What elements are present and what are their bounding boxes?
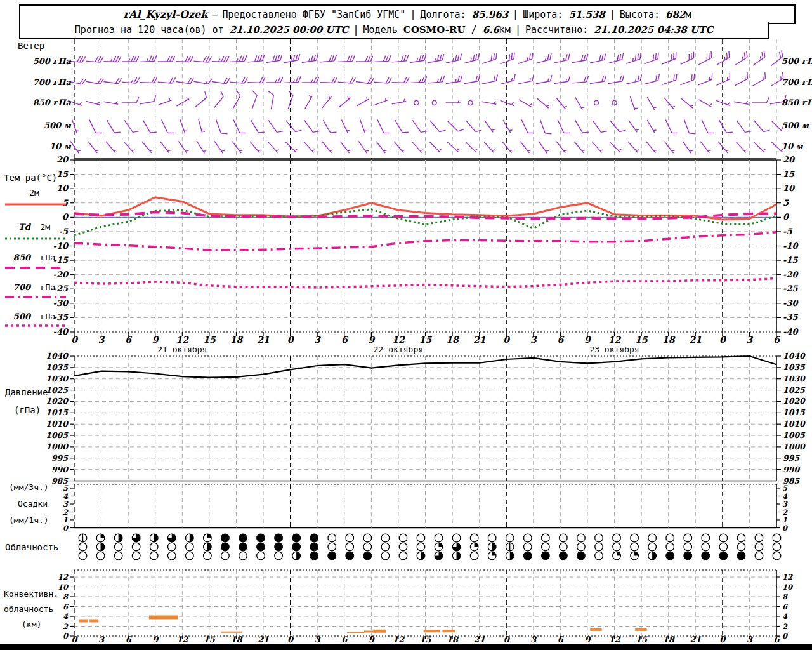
svg-text:0: 0 bbox=[71, 635, 78, 644]
svg-text:3: 3 bbox=[314, 335, 321, 345]
svg-text:18: 18 bbox=[662, 335, 676, 345]
lat-value: 51.538 bbox=[568, 9, 605, 20]
svg-text:0: 0 bbox=[782, 524, 789, 533]
temp-x-axis: 0369121518210369121518210369121518210362… bbox=[71, 332, 780, 354]
precip-unit-1h: (мм/1ч.) bbox=[9, 515, 49, 525]
forecast-hours: 120 bbox=[138, 24, 155, 36]
svg-text:21: 21 bbox=[473, 335, 486, 345]
wind-panel-title: Ветер bbox=[18, 41, 44, 51]
svg-text:6: 6 bbox=[341, 335, 348, 345]
calc-time: 21.10.2025 04:38 UTC bbox=[594, 24, 713, 36]
header-row2: Прогноз на 120 часа(ов) от 21.10.2025 00… bbox=[19, 22, 769, 39]
svg-text:15: 15 bbox=[204, 635, 216, 644]
pressure-panel-title: Давление bbox=[5, 387, 48, 397]
svg-text:500 м: 500 м bbox=[782, 121, 810, 130]
svg-text:1005: 1005 bbox=[783, 430, 806, 440]
conv-panel-unit: (км) bbox=[22, 620, 41, 629]
lon-value: 85.963 bbox=[472, 9, 508, 20]
svg-text:-30: -30 bbox=[53, 298, 69, 308]
precip-unit-3h: (мм/3ч.) bbox=[9, 482, 49, 492]
svg-text:12: 12 bbox=[608, 335, 622, 345]
lat-label: Широта: bbox=[523, 9, 563, 20]
wind-barbs-row-3 bbox=[72, 119, 783, 134]
temperature-panel: 2020151510105500-5-5-10-10-15-15-20-20-2… bbox=[53, 155, 799, 336]
calc-label: Рассчитано: bbox=[525, 24, 588, 36]
svg-text:3: 3 bbox=[530, 335, 537, 345]
svg-text:10: 10 bbox=[58, 583, 69, 592]
dash: — bbox=[207, 9, 222, 20]
svg-text:15: 15 bbox=[783, 169, 795, 179]
svg-text:9: 9 bbox=[584, 635, 591, 644]
svg-text:12: 12 bbox=[608, 635, 620, 644]
legend-label-3: 700 гПа bbox=[1, 282, 67, 292]
svg-text:0: 0 bbox=[62, 212, 69, 222]
alt-value: 682 bbox=[665, 9, 685, 20]
svg-text:1015: 1015 bbox=[783, 408, 806, 417]
provider: Предоставлено ФГБУ "ЗапСиб УГМС" bbox=[222, 9, 405, 20]
svg-text:2: 2 bbox=[63, 622, 69, 631]
svg-text:15: 15 bbox=[419, 635, 431, 644]
svg-text:0: 0 bbox=[782, 632, 789, 640]
svg-text:10 м: 10 м bbox=[782, 142, 804, 151]
legend-label-0: 2м bbox=[1, 188, 67, 197]
svg-text:9: 9 bbox=[368, 335, 375, 345]
svg-text:15: 15 bbox=[635, 335, 648, 345]
convective-panel: 1212101088664422000369121518210369121518… bbox=[58, 570, 794, 644]
svg-text:700 гПа: 700 гПа bbox=[782, 77, 812, 87]
svg-text:-10: -10 bbox=[783, 241, 799, 251]
svg-text:-30: -30 bbox=[783, 298, 799, 308]
svg-text:1015: 1015 bbox=[46, 408, 69, 417]
svg-text:6: 6 bbox=[126, 635, 133, 644]
svg-text:0: 0 bbox=[287, 335, 294, 345]
svg-text:21: 21 bbox=[690, 335, 702, 345]
svg-text:12: 12 bbox=[176, 335, 190, 345]
svg-text:500 гПа: 500 гПа bbox=[33, 56, 72, 66]
cloud-row-0 bbox=[79, 534, 781, 542]
svg-text:21: 21 bbox=[258, 635, 269, 644]
svg-text:1040: 1040 bbox=[46, 351, 69, 361]
svg-text:15: 15 bbox=[56, 169, 69, 179]
svg-text:10 м: 10 м bbox=[49, 142, 72, 151]
svg-text:1030: 1030 bbox=[783, 374, 806, 383]
pressure-panel: 1040104010351035103010301025102510201020… bbox=[46, 351, 806, 486]
cloud-panel-title: Облачность bbox=[5, 542, 58, 552]
legend-line-3 bbox=[4, 295, 67, 300]
legend-label-4: 500 гПа bbox=[1, 312, 67, 321]
alt-label: Высота: bbox=[620, 9, 660, 20]
forecast-start: 21.10.2025 00:00 UTC bbox=[230, 24, 349, 36]
legend-label-1: Td 2м bbox=[1, 222, 67, 232]
svg-text:0: 0 bbox=[719, 335, 726, 345]
svg-text:2: 2 bbox=[782, 622, 788, 631]
svg-text:-20: -20 bbox=[783, 270, 799, 279]
svg-text:18: 18 bbox=[663, 635, 676, 644]
precip-panel: 554433221100 bbox=[63, 484, 789, 533]
svg-text:5: 5 bbox=[783, 198, 789, 208]
svg-text:1010: 1010 bbox=[46, 419, 69, 428]
model-label: Модель bbox=[363, 24, 398, 36]
svg-text:10: 10 bbox=[783, 183, 796, 193]
svg-text:15: 15 bbox=[203, 335, 216, 345]
svg-text:18: 18 bbox=[230, 335, 244, 345]
svg-text:1010: 1010 bbox=[783, 419, 806, 428]
svg-text:-5: -5 bbox=[783, 227, 792, 236]
svg-text:12: 12 bbox=[782, 573, 793, 581]
svg-text:21 октября: 21 октября bbox=[157, 345, 207, 354]
svg-text:12: 12 bbox=[176, 635, 188, 644]
svg-text:700 гПа: 700 гПа bbox=[33, 77, 72, 87]
svg-text:-40: -40 bbox=[783, 327, 799, 336]
svg-text:-20: -20 bbox=[53, 270, 69, 279]
svg-text:6: 6 bbox=[782, 602, 789, 611]
svg-text:3: 3 bbox=[315, 635, 321, 644]
cloud-row-1 bbox=[79, 543, 781, 551]
svg-text:4: 4 bbox=[63, 612, 69, 621]
svg-text:12: 12 bbox=[392, 335, 405, 345]
cloud-panel bbox=[79, 534, 781, 560]
model-res: 6.6 bbox=[483, 24, 499, 36]
svg-text:0: 0 bbox=[63, 632, 69, 640]
svg-text:995: 995 bbox=[51, 453, 69, 463]
svg-text:8: 8 bbox=[63, 592, 69, 601]
svg-text:3: 3 bbox=[747, 335, 754, 345]
legend-label-2: 850 гПа bbox=[1, 253, 67, 262]
svg-text:12: 12 bbox=[393, 635, 405, 644]
svg-text:990: 990 bbox=[51, 465, 69, 474]
